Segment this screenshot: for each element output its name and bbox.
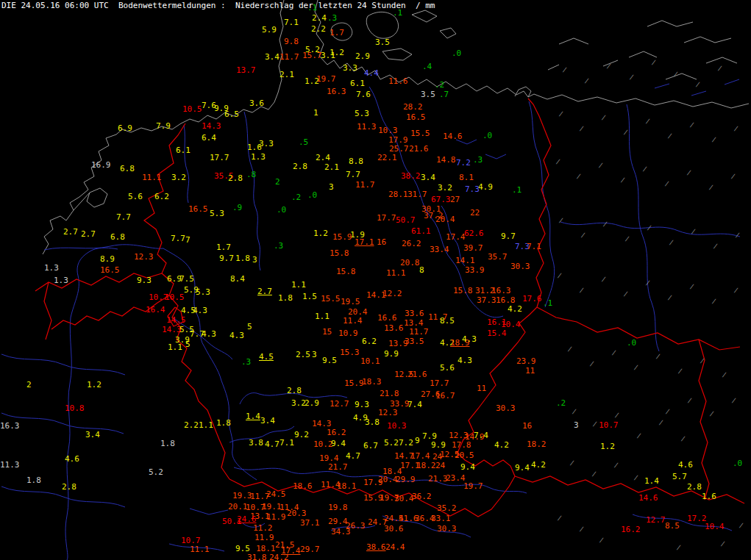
station-value: 17.9 (388, 137, 408, 144)
station-value: 30.3 (496, 405, 516, 412)
station-value: 2.8 (687, 484, 702, 491)
station-value: 3.3 (343, 65, 357, 72)
station-value: 17.4 (410, 453, 430, 460)
station-value: 3 (574, 422, 579, 429)
station-value: 6.2 (154, 193, 169, 201)
station-value: 6.8 (120, 165, 135, 173)
station-value: 16 (522, 423, 532, 430)
station-value: 5.6 (440, 365, 455, 372)
station-value: 17.7 (377, 215, 396, 222)
station-value: 21.8 (380, 390, 399, 398)
station-value: 11.3 (0, 462, 20, 469)
station-value: 16.5 (100, 267, 120, 274)
station-value: 12.3 (378, 409, 398, 417)
station-value: 1.2 (305, 78, 319, 85)
station-value: 17.7 (430, 380, 449, 387)
station-value: 14.3 (162, 326, 182, 334)
station-value: 9.3 (355, 401, 369, 409)
station-value: 34.3 (331, 528, 351, 536)
station-value: 2.8 (287, 387, 302, 395)
station-value: 10.1 (360, 358, 380, 365)
station-value: 33.6 (405, 310, 424, 317)
station-value: 2.9 (355, 53, 370, 60)
station-value: 31.8 (247, 554, 267, 560)
station-value: 6.7 (363, 442, 378, 450)
station-value: 4.3 (462, 336, 477, 343)
station-value: 9.4 (460, 464, 475, 471)
station-value: 19.1 (262, 503, 282, 511)
station-value: 11.3 (357, 123, 377, 131)
station-value: 24.6 (237, 516, 257, 523)
station-value: 20.4 (435, 216, 455, 223)
station-value: 62.6 (464, 230, 484, 237)
station-value: 5 (247, 323, 252, 331)
station-value: 2.5 (296, 351, 310, 359)
station-value: 8.1 (459, 174, 474, 182)
station-value: 11.7 (280, 54, 299, 61)
station-value: 10.2 (313, 441, 333, 448)
station-value: 10.8 (65, 405, 85, 412)
station-value: 7.9 (422, 433, 437, 440)
station-value: 29.7 (300, 546, 320, 553)
station-value: 6.1 (176, 147, 191, 154)
station-value: 19.5 (341, 298, 360, 306)
station-value: 7.9 (156, 123, 171, 130)
station-value: 7.4 (474, 432, 488, 439)
station-value: 1.3 (44, 265, 59, 272)
station-value: .1 (393, 10, 402, 17)
station-value: 10.7 (599, 422, 619, 429)
station-value: 1 (313, 110, 318, 117)
station-value: 11.7 (355, 182, 375, 189)
station-value: 18.3 (362, 378, 382, 386)
station-value: 3.4 (265, 54, 280, 61)
station-value: 6.4 (202, 134, 216, 142)
station-value: 29.9 (396, 476, 416, 484)
station-value: 1.3 (251, 154, 266, 161)
station-value: 21.6 (409, 146, 429, 153)
station-value: 14.3 (312, 420, 332, 428)
station-value: 16.9 (91, 162, 111, 169)
station-value: .7 (439, 91, 449, 98)
station-value: 2.2 (311, 26, 326, 33)
station-value: 14.3 (202, 123, 221, 130)
station-value: 12.3 (134, 254, 154, 261)
station-value: 19.7 (316, 76, 336, 83)
station-value: 21.3 (428, 475, 448, 483)
station-value: 4.9 (478, 184, 493, 191)
station-value: 15.8 (330, 250, 349, 257)
station-value: 17.6 (522, 295, 542, 303)
station-value: .0 (277, 207, 286, 214)
station-value: 17.8 (452, 442, 471, 449)
station-value: 4.6 (678, 462, 693, 469)
station-value: 10.5 (165, 294, 185, 301)
station-value: 22 (470, 209, 480, 217)
station-value: 18.6 (293, 483, 313, 490)
station-value: .3 (274, 243, 283, 250)
station-value: 19.3 (232, 492, 252, 500)
station-value: 13.4 (404, 320, 424, 327)
station-value: 39.7 (463, 245, 483, 252)
station-value: 1.8 (26, 477, 41, 484)
station-value: 25.7 (389, 146, 409, 153)
station-value: 9.5 (322, 357, 337, 365)
station-value: 33.1 (431, 515, 451, 523)
station-value: 11.9 (266, 514, 286, 521)
station-value: 5.9 (262, 26, 277, 34)
station-value: 5.2 (149, 469, 163, 476)
station-value: 16.8 (496, 297, 516, 304)
station-value: 1.6 (702, 493, 716, 500)
station-value: 8.5 (665, 523, 680, 530)
station-value: 6.1 (350, 80, 365, 87)
station-value: 3.4 (421, 174, 435, 182)
station-value: 1.7 (330, 29, 344, 37)
station-value: 3 (312, 351, 317, 359)
station-value: 9.5 (235, 545, 250, 553)
station-value: 2.1 (324, 164, 339, 171)
station-value: 16.5 (188, 206, 208, 213)
station-value: 3.2 (171, 174, 186, 182)
station-value: 1.4 (644, 478, 659, 485)
weather-map: ////////////////////////////////////////… (0, 0, 751, 560)
station-value: 19.4 (319, 455, 339, 462)
station-value: .0 (483, 132, 492, 140)
station-value: 9.3 (137, 277, 152, 284)
